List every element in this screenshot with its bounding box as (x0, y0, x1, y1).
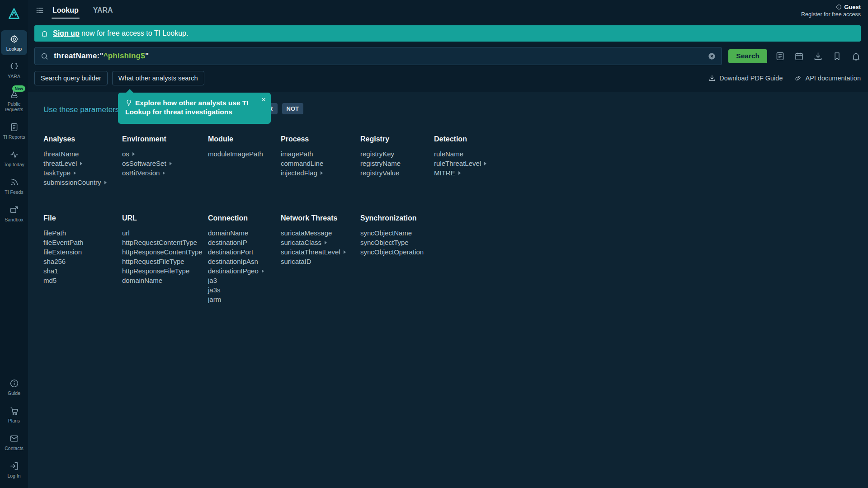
cart-icon (9, 406, 19, 416)
param-md5[interactable]: md5 (43, 276, 122, 285)
sidebar-item-label: Public requests (2, 101, 26, 112)
menu-icon[interactable] (35, 6, 44, 15)
bookmark-icon[interactable] (832, 52, 842, 61)
sidebar-item-yara[interactable]: YARA (1, 58, 27, 83)
tab-lookup[interactable]: Lookup (52, 0, 80, 21)
sidebar-item-guide[interactable]: Guide (1, 375, 27, 399)
download-pdf-link[interactable]: Download PDF Guide (708, 75, 783, 82)
sidebar-item-label: Plans (8, 418, 20, 423)
sidebar-bottom-nav: GuidePlansContactsLog In (0, 373, 28, 483)
param-syncobjectname[interactable]: syncObjectName (360, 228, 434, 238)
param-label: syncObjectOperation (360, 247, 424, 257)
param-label: osSoftwareSet (122, 159, 166, 168)
param-suricataid[interactable]: suricataID (281, 257, 360, 266)
param-label: registryValue (360, 168, 399, 178)
param-label: osBitVersion (122, 168, 160, 178)
param-rulename[interactable]: ruleName (434, 149, 859, 159)
sidebar-item-public-requests[interactable]: NewPublic requests (1, 85, 27, 116)
sidebar-item-plans[interactable]: Plans (1, 402, 27, 427)
bell-icon[interactable] (851, 52, 861, 61)
param-label: threatLevel (43, 159, 77, 168)
param-label: url (122, 228, 130, 238)
param-syncobjecttype[interactable]: syncObjectType (360, 238, 434, 247)
expand-arrow-icon (262, 269, 264, 273)
param-destinationipasn[interactable]: destinationIpAsn (208, 257, 281, 266)
feeds-icon (9, 178, 19, 187)
param-ossoftwareset[interactable]: osSoftwareSet (122, 159, 208, 168)
calendar-icon[interactable] (794, 52, 804, 61)
expand-arrow-icon (132, 152, 135, 156)
param-url[interactable]: url (122, 228, 208, 238)
param-httprequestcontenttype[interactable]: httpRequestContentType (122, 238, 208, 247)
param-httpresponsefiletype[interactable]: httpResponseFileType (122, 266, 208, 276)
sidebar-item-sandbox[interactable]: Sandbox (1, 201, 27, 226)
param-submissioncountry[interactable]: submissionCountry (43, 178, 122, 187)
param-moduleimagepath[interactable]: moduleImagePath (208, 149, 281, 159)
param-destinationip[interactable]: destinationIP (208, 238, 281, 247)
tab-yara[interactable]: YARA (92, 0, 114, 21)
param-label: destinationIP (208, 238, 247, 247)
param-domainname[interactable]: domainName (208, 228, 281, 238)
param-domainname[interactable]: domainName (122, 276, 208, 285)
search-action-icons (775, 52, 861, 61)
anyrun-logo-icon (7, 6, 21, 21)
param-destinationipgeo[interactable]: destinationIPgeo (208, 266, 281, 276)
param-suricatathreatlevel[interactable]: suricataThreatLevel (281, 247, 360, 257)
form-icon[interactable] (775, 52, 785, 61)
param-httprequestfiletype[interactable]: httpRequestFileType (122, 257, 208, 266)
param-filepath[interactable]: filePath (43, 228, 122, 238)
param-os[interactable]: os (122, 149, 208, 159)
param-osbitversion[interactable]: osBitVersion (122, 168, 208, 178)
param-section-network-threats: Network ThreatssuricataMessagesuricataCl… (281, 214, 360, 266)
param-fileeventpath[interactable]: fileEventPath (43, 238, 122, 247)
param-destinationport[interactable]: destinationPort (208, 247, 281, 257)
param-rulethreatlevel[interactable]: ruleThreatLevel (434, 159, 859, 168)
param-imagepath[interactable]: imagePath (281, 149, 360, 159)
param-registryvalue[interactable]: registryValue (360, 168, 434, 178)
top-bar: LookupYARA Guest Register for free acces… (28, 0, 868, 21)
param-httpresponsecontenttype[interactable]: httpResponseContentType (122, 247, 208, 257)
app-logo[interactable] (4, 4, 24, 23)
api-docs-link[interactable]: API documentation (794, 75, 861, 82)
sidebar-item-contacts[interactable]: Contacts (1, 430, 27, 455)
sidebar-item-ti-feeds[interactable]: TI Feeds (1, 174, 27, 198)
sidebar-item-lookup[interactable]: Lookup (1, 30, 27, 55)
param-mitre[interactable]: MITRE (434, 168, 859, 178)
param-suricatamessage[interactable]: suricataMessage (281, 228, 360, 238)
analysts-search-button[interactable]: What other analysts search (112, 71, 204, 85)
clear-search-button[interactable] (708, 52, 716, 61)
guest-user[interactable]: Guest (836, 4, 861, 10)
tooltip-close-button[interactable]: × (261, 96, 266, 103)
sidebar-item-ti-reports[interactable]: TI Reports (1, 118, 27, 143)
expand-arrow-icon (80, 162, 82, 165)
param-label: jarm (208, 295, 221, 304)
param-jarm[interactable]: jarm (208, 295, 281, 304)
param-sha256[interactable]: sha256 (43, 257, 122, 266)
param-tasktype[interactable]: taskType (43, 168, 122, 178)
register-link[interactable]: Register for free access (801, 11, 861, 18)
param-fileextension[interactable]: fileExtension (43, 247, 122, 257)
sidebar-item-top-today[interactable]: Top today (1, 146, 27, 171)
param-ja3[interactable]: ja3 (208, 276, 281, 285)
param-commandline[interactable]: commandLine (281, 159, 360, 168)
param-registryname[interactable]: registryName (360, 159, 434, 168)
section-title: Synchronization (360, 214, 434, 222)
param-ja3s[interactable]: ja3s (208, 285, 281, 295)
param-threatlevel[interactable]: threatLevel (43, 159, 122, 168)
search-button[interactable]: Search (728, 49, 767, 63)
param-label: httpResponseFileType (122, 266, 189, 276)
search-input[interactable]: threatName:"^phishing$" (34, 47, 722, 65)
section-title: Analyses (43, 135, 122, 143)
param-threatname[interactable]: threatName (43, 149, 122, 159)
param-syncobjectoperation[interactable]: syncObjectOperation (360, 247, 434, 257)
param-injectedflag[interactable]: injectedFlag (281, 168, 360, 178)
signup-link[interactable]: Sign up (53, 29, 80, 37)
sidebar-item-log-in[interactable]: Log In (1, 457, 27, 482)
param-registrykey[interactable]: registryKey (360, 149, 434, 159)
operator-chip-not[interactable]: NOT (282, 103, 303, 114)
param-suricataclass[interactable]: suricataClass (281, 238, 360, 247)
download-icon[interactable] (813, 52, 823, 61)
param-label: suricataClass (281, 238, 321, 247)
param-sha1[interactable]: sha1 (43, 266, 122, 276)
query-builder-button[interactable]: Search query builder (34, 71, 108, 85)
